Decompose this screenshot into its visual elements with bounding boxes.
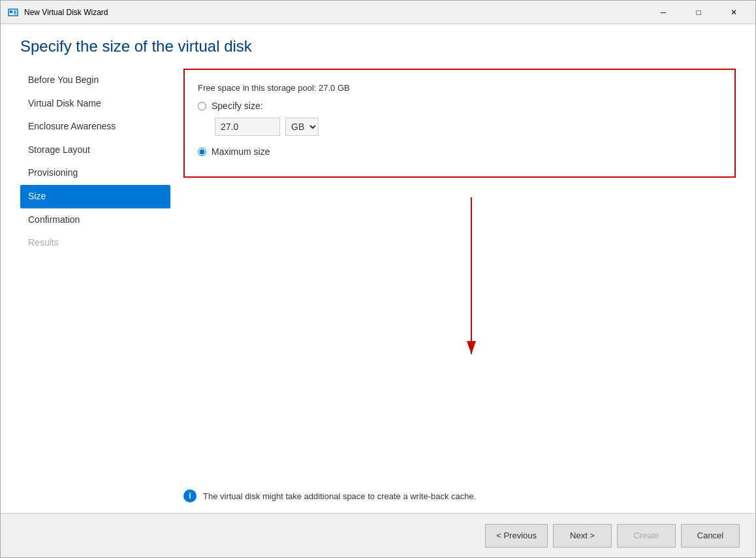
svg-rect-1 xyxy=(10,10,12,13)
create-button[interactable]: Create xyxy=(617,524,676,548)
titlebar: New Virtual Disk Wizard ─ □ ✕ xyxy=(1,1,755,24)
window-icon xyxy=(7,7,19,18)
maximize-button[interactable]: □ xyxy=(684,1,714,24)
main-content: Before You Begin Virtual Disk Name Enclo… xyxy=(20,69,736,513)
specify-input-row: GB TB MB xyxy=(215,118,721,136)
minimize-button[interactable]: ─ xyxy=(648,1,678,24)
specify-size-row: Specify size: xyxy=(198,101,721,111)
size-input[interactable] xyxy=(215,118,280,136)
page-title: Specify the size of the virtual disk xyxy=(20,37,736,56)
unit-select[interactable]: GB TB MB xyxy=(285,118,319,136)
cancel-button[interactable]: Cancel xyxy=(681,524,740,548)
info-icon: i xyxy=(183,489,197,502)
content-area: Specify the size of the virtual disk Bef… xyxy=(1,24,755,513)
next-button[interactable]: Next > xyxy=(553,524,612,548)
sidebar-item-size[interactable]: Size xyxy=(20,185,170,208)
sidebar-item-confirmation[interactable]: Confirmation xyxy=(20,208,170,232)
red-arrow-svg xyxy=(432,191,537,387)
window-title: New Virtual Disk Wizard xyxy=(24,8,648,17)
sidebar-item-enclosure-awareness[interactable]: Enclosure Awareness xyxy=(20,115,170,139)
close-button[interactable]: ✕ xyxy=(719,1,749,24)
right-panel: Free space in this storage pool: 27.0 GB… xyxy=(183,69,736,513)
arrow-area xyxy=(183,191,736,483)
wizard-window: New Virtual Disk Wizard ─ □ ✕ Specify th… xyxy=(0,0,756,558)
window-controls: ─ □ ✕ xyxy=(648,1,749,24)
specify-size-radio[interactable] xyxy=(198,102,206,110)
maximum-size-row: Maximum size xyxy=(198,146,721,157)
maximum-size-radio[interactable] xyxy=(198,148,206,156)
sidebar-item-storage-layout[interactable]: Storage Layout xyxy=(20,139,170,162)
maximum-size-label[interactable]: Maximum size xyxy=(212,146,270,157)
sidebar-item-provisioning[interactable]: Provisioning xyxy=(20,161,170,185)
sidebar-item-virtual-disk-name[interactable]: Virtual Disk Name xyxy=(20,92,170,116)
footer: < Previous Next > Create Cancel xyxy=(1,513,755,557)
config-box: Free space in this storage pool: 27.0 GB… xyxy=(183,69,736,178)
sidebar: Before You Begin Virtual Disk Name Enclo… xyxy=(20,69,170,513)
info-message: The virtual disk might take additional s… xyxy=(203,491,476,501)
previous-button[interactable]: < Previous xyxy=(485,524,548,548)
sidebar-item-before-you-begin[interactable]: Before You Begin xyxy=(20,69,170,92)
specify-size-label[interactable]: Specify size: xyxy=(212,101,263,111)
info-bar: i The virtual disk might take additional… xyxy=(183,483,736,513)
free-space-label: Free space in this storage pool: 27.0 GB xyxy=(198,83,721,93)
sidebar-item-results: Results xyxy=(20,231,170,255)
